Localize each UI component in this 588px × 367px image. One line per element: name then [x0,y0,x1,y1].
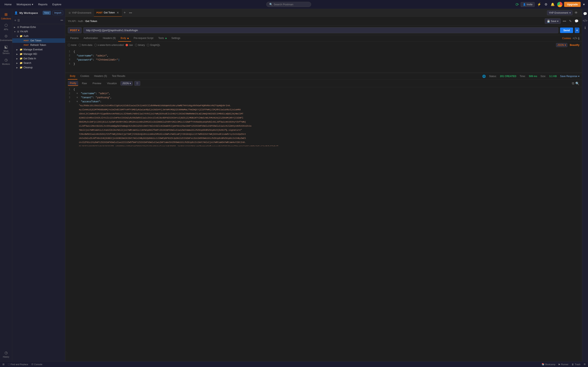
collection-icon-yh: ⊞ [17,30,19,33]
tree-item-manage-hei[interactable]: ▶ 📁 Manage HEI [12,52,65,56]
format-pretty-button[interactable]: Pretty [68,81,78,86]
tree-item-yh-api[interactable]: ▼ ⊞ YH API [12,29,65,34]
tab-tests[interactable]: Tests [156,35,169,42]
tree-item-get-token[interactable]: POST Get Token [12,38,65,43]
copy-icon[interactable]: ⧉ [572,82,574,85]
code-line-3: 3 "password": "Y2hhbmdlbWU="| [65,58,582,62]
tab-more-button[interactable]: ••• [127,11,134,15]
import-button[interactable]: Import [52,11,63,15]
save-button[interactable]: 💾 Save ▾ [545,18,561,24]
sidebar-item-environments[interactable]: ⊙ Environments [1,32,12,43]
format-preview-button[interactable]: Preview [90,81,103,86]
bottom-bar: ⊞ ⬚ Find and Replace ⊡ Console 📚 Bootcam… [0,361,588,367]
tree-item-manage-eventset[interactable]: ▶ 📁 Manage Eventset [12,47,65,52]
filter-icon[interactable]: ☰ [17,19,20,22]
save-icon: 💾 [547,20,550,23]
comment-icon[interactable]: 💬 [574,18,579,24]
url-input[interactable] [83,27,558,33]
resp-tab-body[interactable]: Body [68,73,77,80]
right-code-icon[interactable]: </> [581,18,588,24]
chevron-down-icon[interactable]: ▾ [582,2,586,7]
tree-item-get-data-in[interactable]: ▶ 📁 Get Data In [12,56,65,61]
bell-icon[interactable]: 🔔 [550,2,555,7]
avatar[interactable] [557,2,562,7]
nav-home[interactable]: Home [2,2,14,7]
env-dropdown[interactable]: YHP Environment ▾ [547,10,572,15]
expand-icon[interactable]: ⊞ [584,363,586,366]
filter-button[interactable]: ☰ [134,81,140,86]
tree-item-auth[interactable]: ▼ 📁 Auth [12,34,65,38]
upgrade-button[interactable]: Upgrade [564,2,581,7]
beautify-button[interactable]: Beautify [570,44,579,47]
new-button[interactable]: New [43,11,51,15]
resp-line-1: 1 { [65,88,582,92]
nav-explore[interactable]: Explore [51,2,63,7]
sidebar-item-mock-servers[interactable]: ⬕ Mock Servers [1,43,12,56]
search-bar[interactable]: 🔍 Search Postman [266,2,311,7]
tree-item-postman-echo[interactable]: ▶ ⊞ Postman Echo [12,25,65,29]
json-type-select[interactable]: Cookies JSON ▾ [556,43,567,47]
save-response-button[interactable]: Save Response ▾ [560,75,579,78]
tab-get-token[interactable]: POST Get Token ✕ [94,9,122,17]
lightning-icon[interactable]: ⚡ [536,2,542,7]
nav-reports[interactable]: Reports [36,2,50,7]
sidebar-item-monitors[interactable]: ◷ Monitors [1,56,12,67]
trash-item[interactable]: 🗑 Trash [572,363,580,366]
radio-graphql[interactable]: GraphQL [147,44,160,47]
tree-item-cleanup[interactable]: ▶ 📁 Cleanup [12,65,65,70]
tab-settings[interactable]: Settings [169,35,183,42]
eye-icon[interactable]: 👁 [574,10,579,16]
icon-sidebar: ⊞ Collections ⬡ APIs ⊙ Environments ⬕ Mo… [0,9,12,361]
settings-icon[interactable]: ⚙ [544,2,548,7]
radio-form-data[interactable]: form-data [79,44,92,47]
radio-binary[interactable]: binary [135,44,145,47]
radio-urlencoded[interactable]: x-www-form-urlencoded [94,44,123,47]
runner-item[interactable]: ▶ Runner [559,363,568,366]
tree-item-search[interactable]: ▶ 📁 Search [12,61,65,65]
tab-pre-request[interactable]: Pre-request Script [131,35,156,42]
edit-icon[interactable]: ✎ [568,18,572,24]
tree-item-refresh-token[interactable]: POST Refresh Token [12,43,65,47]
send-button[interactable]: Send [560,27,573,33]
info-icon[interactable]: ℹ [578,36,579,40]
breadcrumb: YH API / Auth / Get Token [68,20,543,23]
right-comments-icon[interactable]: 💬 [582,11,588,17]
nav-workspaces[interactable]: Workspaces ▾ [15,2,35,7]
tab-yhp-environment[interactable]: ⊙ YHP Environment [66,9,94,17]
more-actions-icon[interactable]: ••• [562,18,567,24]
tab-params[interactable]: Params [68,35,81,42]
method-select[interactable]: POST ▾ [68,27,82,33]
invite-button[interactable]: 👤 Invite [521,2,535,7]
request-body-editor[interactable]: 1 { 2 "username": "admin", 3 "password":… [65,48,582,73]
resp-line-3: 3 ▼ "tenant": "yanhuang", [65,96,582,100]
sidebar-item-apis[interactable]: ⬡ APIs [1,21,12,32]
tab-close-button[interactable]: ✕ [116,11,120,14]
panel-more-icon[interactable]: ••• [61,19,63,22]
sidebar-item-history[interactable]: ◷ History [1,349,12,360]
right-info-icon[interactable]: ℹ [583,25,587,31]
console-item[interactable]: ⊡ Console [31,363,42,366]
bootcamp-item[interactable]: 📚 Bootcamp [542,363,555,366]
sidebar-item-collections[interactable]: ⊞ Collections [1,11,12,21]
resp-tab-headers[interactable]: Headers (5) [92,73,109,80]
json-format-select[interactable]: JSON ▾ [121,81,133,86]
add-tab-button[interactable]: + [122,11,128,15]
tab-authorization[interactable]: Authorization [81,35,100,42]
tab-headers[interactable]: Headers (9) [100,35,118,42]
method-badge-post-refresh: POST [23,44,30,46]
find-replace-item[interactable]: ⬚ Find and Replace [8,363,28,366]
code-icon[interactable]: </> [573,36,577,40]
format-raw-button[interactable]: Raw [80,81,89,86]
cookies-link[interactable]: Cookies [562,37,571,40]
radio-raw[interactable]: raw [126,44,133,47]
plus-icon[interactable]: + [14,18,16,22]
format-visualize-button[interactable]: Visualize [105,81,119,86]
collections-icon: ⊞ [4,12,8,17]
tab-body[interactable]: Body [118,35,131,42]
response-actions: ⧉ 🔍 [572,82,579,85]
resp-tab-test-results[interactable]: Test Results [110,73,127,80]
search-response-icon[interactable]: 🔍 [575,82,579,85]
radio-none[interactable]: none [68,44,77,47]
send-dropdown-button[interactable]: ▾ [575,27,579,33]
resp-tab-cookies[interactable]: Cookies [78,73,91,80]
